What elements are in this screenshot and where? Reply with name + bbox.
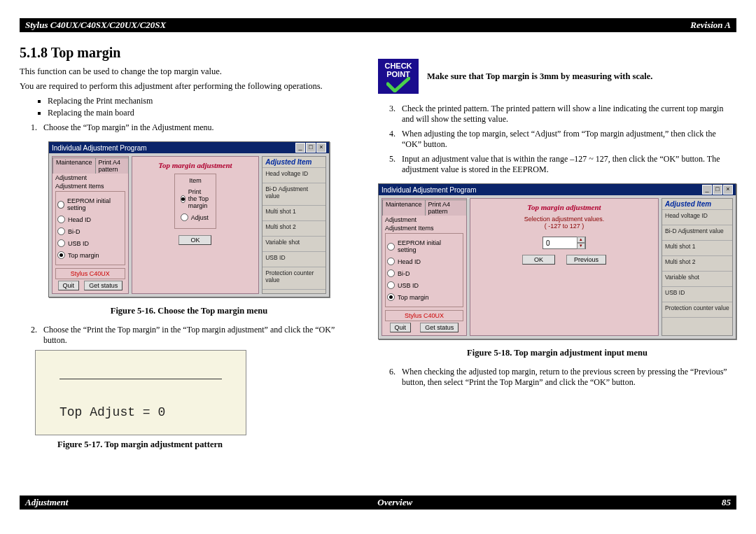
previous-button[interactable]: Previous [566, 255, 606, 265]
radio-bi-d[interactable]: Bi-D [57, 227, 123, 235]
printed-line [59, 379, 222, 379]
radio-top-margin[interactable]: Top margin [387, 293, 461, 301]
panel-title: Top margin adjustment [470, 203, 658, 211]
check-point-badge: CHECK POINT [378, 59, 419, 94]
adjusted-item: Bi-D Adjustment value [262, 183, 326, 206]
ok-button[interactable]: OK [178, 235, 211, 245]
adjusted-item: Protection counter value [262, 267, 326, 290]
close-icon[interactable]: × [316, 143, 326, 153]
adjustment-value-input[interactable]: 0 ▴▾ [542, 237, 586, 249]
left-panel: Maintenance Print A4 pattern Adjustment … [382, 198, 467, 336]
get-status-button[interactable]: Get status [84, 281, 122, 290]
ok-button[interactable]: OK [522, 255, 555, 265]
spinner-up-icon[interactable]: ▴ [577, 237, 585, 243]
figure-17-pattern: Top Adjust = 0 [35, 350, 246, 435]
adjusted-item: Bi-D Adjustment value [662, 225, 732, 241]
tab-maintenance[interactable]: Maintenance [52, 157, 96, 174]
adjustment-value: 0 [543, 239, 577, 247]
radio-usb-id[interactable]: USB ID [57, 239, 123, 247]
selection-range: ( -127 to 127 ) [498, 223, 630, 230]
prereq-item: Replacing the Print mechanism [48, 96, 358, 106]
footer-left: Adjustment [25, 497, 68, 508]
minimize-icon[interactable]: _ [702, 185, 712, 195]
prereq-item: Replacing the main board [48, 108, 358, 118]
adjusted-item: USB ID [262, 252, 326, 267]
item-label: Item [181, 177, 211, 184]
window-title: Individual Adjustment Program [382, 186, 477, 194]
printed-text: Top Adjust = 0 [59, 405, 165, 419]
maximize-icon[interactable]: □ [306, 143, 316, 153]
adjusted-item: Head voltage ID [262, 168, 326, 183]
checkmark-icon [386, 77, 410, 92]
check-point-text: Make sure that Top margin is 3mm by meas… [427, 71, 652, 82]
right-panel: Adjusted Item Head voltage ID Bi-D Adjus… [662, 198, 733, 336]
figure-18-screenshot: Individual Adjustment Program _ □ × Main… [378, 183, 736, 339]
adjusted-item: Protection counter value [662, 302, 732, 318]
close-icon[interactable]: × [723, 185, 733, 195]
adjusted-item: Variable shot [662, 272, 732, 287]
prereq-list: Replacing the Print mechanism Replacing … [48, 96, 358, 118]
maximize-icon[interactable]: □ [713, 185, 722, 195]
radio-bi-d[interactable]: Bi-D [387, 269, 461, 277]
check-point-callout: CHECK POINT Make sure that Top margin is… [378, 59, 652, 94]
header-left: Stylus C40UX/C40SX/C20UX/C20SX [25, 20, 166, 31]
right-panel: Adjusted Item Head voltage ID Bi-D Adjus… [262, 156, 326, 294]
adjusted-item: Head voltage ID [662, 210, 732, 225]
radio-eeprom[interactable]: EEPROM initial setting [387, 239, 461, 253]
center-panel: Top margin adjustment Item Print the Top… [132, 156, 260, 294]
adjusted-item: Multi shot 1 [262, 206, 326, 221]
tab-print-a4[interactable]: Print A4 pattern [95, 157, 129, 174]
tab-print-a4[interactable]: Print A4 pattern [425, 199, 467, 216]
figure-17-caption: Figure 5-17. Top margin adjustment patte… [20, 440, 260, 450]
steps-right: Check the printed pattern. The printed p… [391, 104, 736, 175]
footer-center: Overview [377, 497, 412, 508]
panel-title: Top margin adjustment [132, 161, 259, 169]
adjusted-item: Variable shot [262, 237, 326, 252]
intro-para-1: This function can be used to change the … [20, 66, 358, 77]
model-label: Stylus C40UX [55, 268, 125, 279]
model-label: Stylus C40UX [385, 310, 463, 321]
get-status-button[interactable]: Get status [420, 323, 458, 332]
group-label: Adjustment Items [385, 225, 466, 232]
left-panel: Maintenance Print A4 pattern Adjustment … [52, 156, 129, 294]
window-titlebar: Individual Adjustment Program _ □ × [49, 142, 329, 153]
adjusted-item-title: Adjusted Item [262, 157, 326, 168]
selection-label: Selection adjustment values. [498, 216, 630, 223]
radio-print-top-margin[interactable]: Print the Top margin [181, 188, 211, 209]
step-2: Choose the “Print the Top margin” in the… [39, 325, 358, 346]
step-3: Check the printed pattern. The printed p… [398, 104, 736, 125]
radio-adjust[interactable]: Adjust [181, 213, 211, 221]
window-title: Individual Adjustment Program [52, 144, 147, 152]
section-heading: 5.1.8 Top margin [20, 45, 358, 61]
adjustment-label: Adjustment [385, 216, 466, 223]
center-panel: Top margin adjustment Selection adjustme… [470, 198, 659, 336]
quit-button[interactable]: Quit [58, 281, 80, 290]
step-1: Choose the “Top margin” in the Adjustmen… [39, 122, 358, 133]
step-5: Input an adjustment value that is within… [398, 154, 736, 175]
check-point-label-1: CHECK [384, 62, 412, 70]
radio-usb-id[interactable]: USB ID [387, 281, 461, 289]
quit-button[interactable]: Quit [390, 323, 412, 332]
radio-top-margin[interactable]: Top margin [57, 251, 123, 259]
step-4: When adjusting the top margin, select “A… [398, 129, 736, 150]
figure-16-screenshot: Individual Adjustment Program _ □ × Main… [48, 141, 330, 297]
radio-head-id[interactable]: Head ID [387, 258, 461, 265]
adjusted-item: Multi shot 2 [662, 256, 732, 272]
group-label: Adjustment Items [55, 183, 128, 190]
adjusted-item-title: Adjusted Item [662, 199, 732, 210]
figure-18-caption: Figure 5-18. Top margin adjustment input… [378, 348, 736, 358]
header-right: Revision A [690, 20, 731, 31]
window-titlebar: Individual Adjustment Program _ □ × [379, 184, 736, 195]
intro-para-2: You are required to perform this adjustm… [20, 81, 358, 92]
step-6: When checking the adjusted top margin, r… [398, 367, 736, 388]
spinner-down-icon[interactable]: ▾ [577, 243, 585, 249]
radio-head-id[interactable]: Head ID [57, 216, 123, 223]
right-column: CHECK POINT Make sure that Top margin is… [378, 39, 736, 458]
figure-16-caption: Figure 5-16. Choose the Top margin menu [20, 306, 358, 316]
tab-maintenance[interactable]: Maintenance [382, 199, 426, 216]
page-footer: Adjustment Overview 85 [20, 496, 736, 510]
page-header: Stylus C40UX/C40SX/C20UX/C20SX Revision … [20, 18, 736, 32]
radio-eeprom[interactable]: EEPROM initial setting [57, 197, 123, 211]
minimize-icon[interactable]: _ [295, 143, 305, 153]
left-column: 5.1.8 Top margin This function can be us… [20, 39, 358, 458]
